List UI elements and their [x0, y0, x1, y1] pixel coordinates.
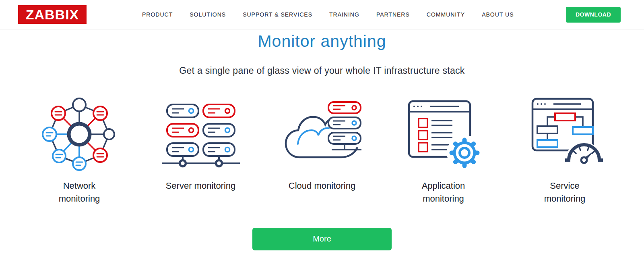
gear-icon — [447, 135, 482, 171]
feature-card-cloud-monitoring[interactable]: Cloud monitoring — [278, 92, 366, 205]
nav-item-community[interactable]: COMMUNITY — [427, 11, 465, 18]
application-monitoring-icon — [403, 92, 484, 173]
server-monitoring-icon — [161, 92, 241, 173]
feature-label: Server monitoring — [165, 179, 236, 192]
download-button[interactable]: DOWNLOAD — [566, 7, 621, 23]
feature-card-service-monitoring[interactable]: Service monitoring — [521, 92, 609, 205]
feature-card-network-monitoring[interactable]: Network monitoring — [35, 92, 123, 205]
nav-item-about-us[interactable]: ABOUT US — [482, 11, 514, 18]
nav-item-training[interactable]: TRAINING — [329, 11, 359, 18]
feature-row: Network monitoring — [0, 92, 644, 205]
nav-item-support-services[interactable]: SUPPORT & SERVICES — [243, 11, 312, 18]
feature-label: Application monitoring — [408, 179, 479, 205]
top-nav: ZABBIX PRODUCT SOLUTIONS SUPPORT & SERVI… — [0, 0, 644, 29]
gauge-icon — [565, 142, 603, 163]
feature-label: Cloud monitoring — [287, 179, 357, 192]
nav-item-partners[interactable]: PARTNERS — [376, 11, 410, 18]
page-subtitle: Get a single pane of glass view of your … — [0, 65, 644, 76]
feature-label: Service monitoring — [530, 179, 600, 205]
feature-card-application-monitoring[interactable]: Application monitoring — [400, 92, 487, 205]
nav-item-solutions[interactable]: SOLUTIONS — [190, 11, 226, 18]
page-title: Monitor anything — [0, 32, 644, 51]
network-monitoring-icon — [39, 92, 120, 173]
zabbix-logo[interactable]: ZABBIX — [18, 5, 87, 24]
service-monitoring-icon — [524, 92, 605, 173]
main-nav: PRODUCT SOLUTIONS SUPPORT & SERVICES TRA… — [142, 11, 514, 18]
feature-card-server-monitoring[interactable]: Server monitoring — [157, 92, 245, 205]
monitor-anything-section: Monitor anything Get a single pane of gl… — [0, 32, 644, 250]
more-button[interactable]: More — [252, 228, 392, 250]
cloud-monitoring-icon — [282, 92, 362, 173]
nav-item-product[interactable]: PRODUCT — [142, 11, 173, 18]
feature-label: Network monitoring — [44, 179, 115, 205]
